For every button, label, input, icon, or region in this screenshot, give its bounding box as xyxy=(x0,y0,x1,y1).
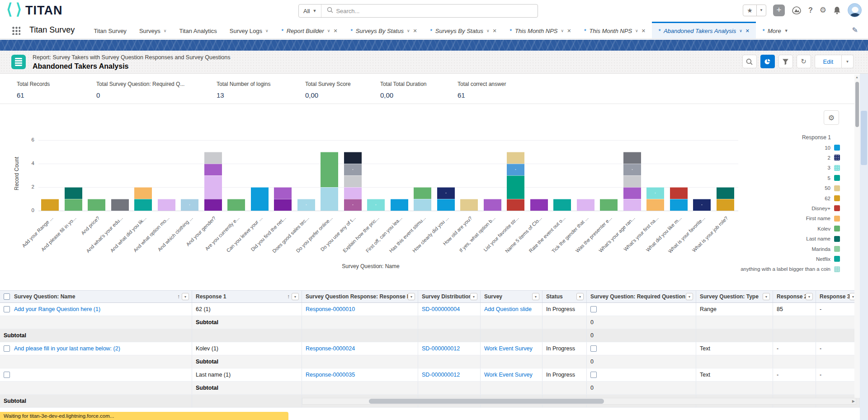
search-scope-dropdown[interactable]: All ▼ xyxy=(299,5,321,17)
tab-titan-survey[interactable]: Titan Survey xyxy=(87,22,133,38)
cell-link[interactable]: And please fill in your last name below:… xyxy=(14,345,120,352)
bar[interactable] xyxy=(134,187,152,211)
toggle-chart-button[interactable] xyxy=(760,55,775,68)
tab-surveys[interactable]: Surveys∨ xyxy=(133,22,173,38)
edit-button[interactable]: Edit xyxy=(815,55,842,68)
bar[interactable] xyxy=(460,199,478,211)
bar-segment[interactable] xyxy=(204,175,222,199)
bar[interactable] xyxy=(321,152,338,211)
scroll-right-icon[interactable]: ▶ xyxy=(852,399,855,403)
bar-segment[interactable] xyxy=(344,199,362,211)
bar[interactable] xyxy=(111,199,129,211)
bar[interactable] xyxy=(414,187,431,211)
notifications-bell-icon[interactable] xyxy=(833,6,841,14)
bar-segment[interactable] xyxy=(274,187,292,199)
chevron-down-icon[interactable]: ∨ xyxy=(486,28,490,33)
bar[interactable] xyxy=(41,199,59,211)
required-question-checkbox[interactable] xyxy=(590,306,597,312)
bar-segment[interactable] xyxy=(344,152,362,164)
close-icon[interactable]: ✕ xyxy=(567,28,571,34)
tab-survey-logs[interactable]: Survey Logs∨ xyxy=(223,22,275,38)
bar-segment[interactable] xyxy=(367,199,385,211)
bar[interactable] xyxy=(553,199,571,211)
edit-chevron-icon[interactable]: ▼ xyxy=(842,55,854,68)
horizontal-scrollbar[interactable]: ▶ xyxy=(302,398,856,405)
bar-segment[interactable] xyxy=(553,199,571,211)
row-checkbox[interactable] xyxy=(4,345,10,352)
bar-segment[interactable] xyxy=(41,199,59,211)
bar[interactable] xyxy=(344,152,362,211)
close-icon[interactable]: ✕ xyxy=(493,28,497,34)
bar[interactable] xyxy=(507,152,524,211)
bar-segment[interactable] xyxy=(507,152,524,164)
row-checkbox[interactable] xyxy=(4,372,10,378)
bar[interactable] xyxy=(437,187,455,211)
bar-segment[interactable] xyxy=(344,187,362,199)
cell-link[interactable]: Add Question slide xyxy=(484,306,532,312)
chevron-down-icon[interactable]: ∨ xyxy=(164,28,167,33)
bar-segment[interactable] xyxy=(507,199,524,211)
bar-segment[interactable] xyxy=(600,199,618,211)
bar-segment[interactable] xyxy=(158,199,175,211)
bar[interactable] xyxy=(65,187,82,211)
row-checkbox[interactable] xyxy=(4,306,10,312)
bar[interactable] xyxy=(623,152,641,211)
chevron-down-icon[interactable]: ∨ xyxy=(265,28,269,33)
tab-surveys-by-status[interactable]: *Surveys By Status∨✕ xyxy=(424,22,503,38)
filter-icon[interactable]: ▼ xyxy=(686,293,693,300)
filter-icon[interactable]: ▼ xyxy=(182,293,189,300)
bar-segment[interactable] xyxy=(414,187,431,199)
bar[interactable] xyxy=(484,199,501,211)
bar-segment[interactable] xyxy=(88,199,105,211)
favorites-star-icon[interactable]: ★ xyxy=(743,5,757,16)
filter-icon[interactable]: ▼ xyxy=(292,293,299,300)
bar[interactable] xyxy=(391,199,408,211)
bar-segment[interactable] xyxy=(437,187,455,199)
bar-segment[interactable] xyxy=(460,199,478,211)
close-icon[interactable]: ✕ xyxy=(333,28,337,34)
close-icon[interactable]: ✕ xyxy=(413,28,417,34)
cell-link[interactable]: SD-000000012 xyxy=(422,372,460,378)
pencil-icon[interactable]: ✎ xyxy=(852,26,858,34)
bar-segment[interactable] xyxy=(65,187,82,199)
scroll-up-icon[interactable]: ▲ xyxy=(855,76,859,79)
bar-segment[interactable] xyxy=(437,199,455,211)
bar[interactable] xyxy=(88,199,105,211)
chevron-down-icon[interactable]: ∨ xyxy=(407,28,410,33)
refresh-button[interactable]: ↻ xyxy=(797,55,811,68)
bar-segment[interactable] xyxy=(204,199,222,211)
search-report-button[interactable] xyxy=(742,55,757,68)
horizontal-scrollbar-thumb[interactable] xyxy=(369,399,604,404)
add-icon[interactable]: + xyxy=(773,5,785,16)
bar-segment[interactable] xyxy=(344,175,362,187)
bar-segment[interactable] xyxy=(507,175,524,199)
tab-report-builder[interactable]: *Report Builder∨✕ xyxy=(275,22,344,38)
bar[interactable] xyxy=(367,199,385,211)
search-input[interactable] xyxy=(336,8,538,14)
bar-segment[interactable] xyxy=(623,187,641,199)
bar[interactable] xyxy=(600,199,618,211)
bar-segment[interactable] xyxy=(274,199,292,211)
vertical-scrollbar-thumb[interactable] xyxy=(855,82,859,127)
tab-surveys-by-status[interactable]: *Surveys By Status∨✕ xyxy=(344,22,424,38)
bar[interactable] xyxy=(297,199,315,211)
tab-more[interactable]: *More▼ xyxy=(756,22,795,38)
bar-segment[interactable] xyxy=(321,187,338,211)
bar-segment[interactable] xyxy=(391,199,408,211)
cell-link[interactable]: SD-000000004 xyxy=(422,306,460,312)
trailhead-icon[interactable] xyxy=(792,6,802,14)
cell-link[interactable]: Work Event Survey xyxy=(484,345,533,352)
filter-icon[interactable]: ▼ xyxy=(576,293,584,300)
bar-segment[interactable] xyxy=(134,187,152,199)
bar[interactable] xyxy=(577,199,594,211)
window-scrollbar[interactable] xyxy=(860,74,868,420)
bar-segment[interactable] xyxy=(507,164,524,175)
bar-segment[interactable] xyxy=(204,152,222,164)
bar[interactable] xyxy=(227,199,245,211)
bar[interactable] xyxy=(204,152,222,211)
select-all-checkbox[interactable] xyxy=(4,293,10,300)
filter-icon[interactable]: ▼ xyxy=(532,293,539,300)
filter-icon[interactable]: ▼ xyxy=(470,293,477,300)
bar[interactable] xyxy=(158,199,175,211)
bar-segment[interactable] xyxy=(484,199,501,211)
